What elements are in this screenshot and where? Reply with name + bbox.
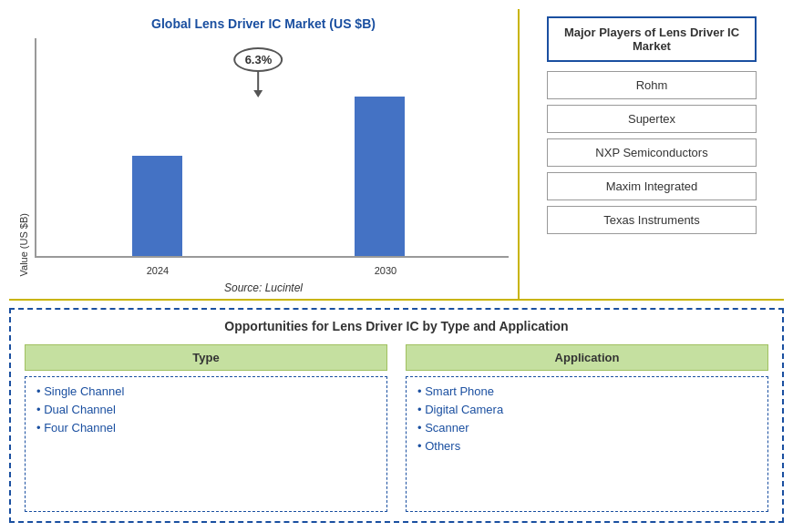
y-axis-label: Value (US $B) — [18, 213, 29, 277]
chart-plot: 6.3% 2024 2030 — [35, 38, 509, 276]
type-item-four: • Four Channel — [36, 421, 376, 435]
app-item-camera: • Digital Camera — [417, 403, 757, 416]
app-item-smartphone: • Smart Phone — [417, 384, 757, 398]
type-section: Type • Single Channel • Dual Channel • F… — [25, 344, 387, 512]
chart-area: Global Lens Driver IC Market (US $B) Val… — [9, 9, 520, 299]
main-container: Global Lens Driver IC Market (US $B) Val… — [0, 0, 793, 532]
player-supertex: Supertex — [547, 105, 757, 133]
annotation-bubble: 6.3% — [234, 47, 283, 72]
bars-container: 6.3% — [35, 38, 509, 258]
bottom-section: Opportunities for Lens Driver IC by Type… — [9, 308, 784, 523]
player-rohm: Rohm — [547, 71, 757, 99]
opportunities-title: Opportunities for Lens Driver IC by Type… — [25, 319, 768, 333]
arrow-line — [257, 72, 259, 90]
type-item-dual: • Dual Channel — [36, 403, 376, 416]
bottom-columns: Type • Single Channel • Dual Channel • F… — [25, 344, 768, 512]
annotation: 6.3% — [234, 47, 283, 97]
bar-label-2030: 2030 — [375, 265, 396, 276]
player-nxp: NXP Semiconductors — [547, 138, 757, 167]
type-header: Type — [25, 344, 387, 371]
bar-group-2024 — [132, 156, 182, 256]
bar-2030 — [355, 97, 405, 256]
bar-label-2024: 2024 — [147, 265, 169, 276]
app-item-scanner: • Scanner — [417, 421, 757, 435]
source-text: Source: Lucintel — [224, 281, 303, 294]
players-title: Major Players of Lens Driver IC Market — [547, 16, 757, 62]
application-section: Application • Smart Phone • Digital Came… — [406, 344, 768, 512]
type-item-single: • Single Channel — [36, 384, 376, 398]
bar-2024 — [132, 156, 182, 256]
arrow-head — [253, 90, 263, 97]
player-maxim: Maxim Integrated — [547, 172, 757, 200]
bar-group-2030 — [355, 97, 405, 256]
application-items: • Smart Phone • Digital Camera • Scanner… — [406, 376, 768, 512]
players-area: Major Players of Lens Driver IC Market R… — [520, 9, 784, 299]
chart-inner: Value (US $B) 6.3% — [18, 38, 509, 276]
type-items: • Single Channel • Dual Channel • Four C… — [25, 376, 387, 512]
player-texas: Texas Instruments — [547, 206, 757, 234]
top-section: Global Lens Driver IC Market (US $B) Val… — [9, 9, 784, 301]
chart-title: Global Lens Driver IC Market (US $B) — [151, 16, 376, 31]
x-axis-labels: 2024 2030 — [35, 258, 509, 276]
app-item-others: • Others — [417, 439, 757, 453]
application-header: Application — [406, 344, 768, 371]
